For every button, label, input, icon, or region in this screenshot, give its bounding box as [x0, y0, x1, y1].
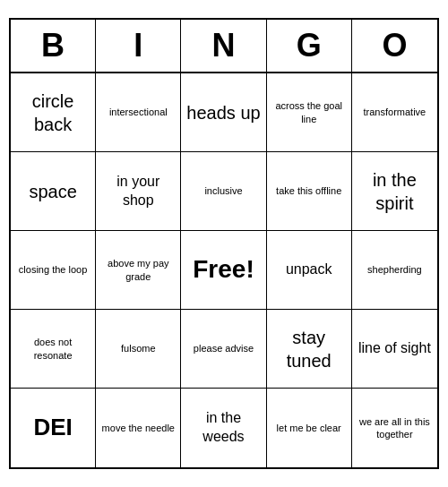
bingo-cell-17: please advise	[181, 310, 266, 389]
bingo-cell-15: does not resonate	[11, 310, 96, 389]
bingo-cell-0: circle back	[11, 73, 96, 152]
cell-text-8: take this offline	[276, 184, 341, 197]
bingo-cell-20: DEI	[11, 389, 96, 467]
cell-text-2: heads up	[186, 101, 260, 124]
bingo-cell-6: in your shop	[96, 152, 181, 231]
bingo-cell-22: in the weeds	[181, 389, 266, 467]
cell-text-9: in the spirit	[356, 168, 434, 215]
cell-text-4: transformative	[364, 106, 426, 118]
bingo-cell-4: transformative	[352, 73, 437, 152]
bingo-letter-n: N	[181, 20, 266, 72]
cell-text-6: in your shop	[99, 173, 177, 210]
bingo-cell-24: we are all in this together	[352, 389, 437, 467]
cell-text-5: space	[29, 180, 76, 203]
bingo-letter-g: G	[267, 20, 352, 72]
bingo-cell-16: fulsome	[96, 310, 181, 389]
bingo-cell-8: take this offline	[267, 152, 352, 231]
bingo-cell-14: shepherding	[352, 231, 437, 310]
cell-text-11: above my pay grade	[99, 257, 177, 283]
bingo-cell-12: Free!	[181, 231, 266, 310]
cell-text-1: intersectional	[109, 106, 168, 118]
cell-text-15: does not resonate	[14, 336, 91, 362]
cell-text-7: inclusive	[204, 184, 242, 197]
bingo-cell-1: intersectional	[96, 73, 181, 152]
bingo-cell-10: closing the loop	[11, 231, 96, 310]
cell-text-20: DEI	[33, 413, 72, 443]
cell-text-24: we are all in this together	[356, 415, 434, 441]
bingo-cell-9: in the spirit	[352, 152, 437, 231]
bingo-letter-b: B	[11, 20, 96, 72]
bingo-cell-19: line of sight	[352, 310, 437, 389]
cell-text-3: across the goal line	[271, 99, 348, 125]
cell-text-13: unpack	[286, 261, 332, 279]
bingo-card: BINGO circle backintersectionalheads upa…	[9, 18, 439, 469]
cell-text-18: stay tuned	[271, 326, 348, 372]
bingo-letter-o: O	[352, 20, 437, 72]
bingo-cell-5: space	[11, 152, 96, 231]
cell-text-12: Free!	[193, 253, 254, 286]
bingo-cell-23: let me be clear	[267, 389, 352, 467]
bingo-cell-13: unpack	[267, 231, 352, 310]
bingo-header: BINGO	[11, 20, 437, 73]
cell-text-21: move the needle	[102, 422, 175, 434]
cell-text-22: in the weeds	[185, 409, 262, 447]
bingo-letter-i: I	[96, 20, 181, 72]
bingo-grid: circle backintersectionalheads upacross …	[11, 73, 437, 467]
bingo-cell-11: above my pay grade	[96, 231, 181, 310]
cell-text-16: fulsome	[121, 342, 156, 355]
bingo-cell-3: across the goal line	[267, 73, 352, 152]
cell-text-0: circle back	[14, 90, 91, 136]
cell-text-17: please advise	[194, 342, 254, 355]
bingo-cell-2: heads up	[181, 73, 266, 152]
cell-text-10: closing the loop	[19, 263, 87, 276]
cell-text-23: let me be clear	[277, 422, 341, 434]
bingo-cell-7: inclusive	[181, 152, 266, 231]
bingo-cell-21: move the needle	[96, 389, 181, 467]
cell-text-19: line of sight	[358, 339, 431, 358]
cell-text-14: shepherding	[367, 263, 422, 276]
bingo-cell-18: stay tuned	[267, 310, 352, 389]
